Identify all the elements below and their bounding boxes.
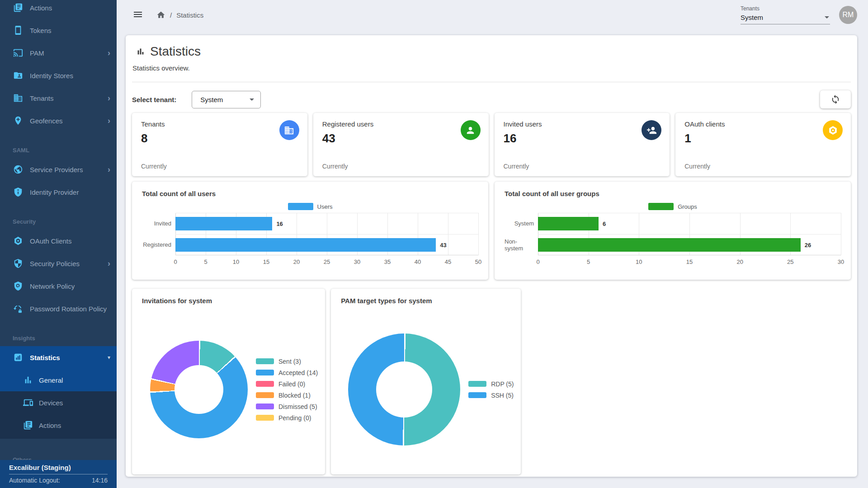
legend-swatch <box>256 381 274 387</box>
sidebar-item-label: General <box>39 376 110 384</box>
tenant-select[interactable]: System <box>192 91 261 108</box>
tenants-icon <box>13 93 24 103</box>
chart-title: Total count of all user groups <box>505 190 841 197</box>
legend-item[interactable]: Dismissed (5) <box>256 403 318 410</box>
sidebar-item-label: Tokens <box>30 27 110 34</box>
legend-swatch <box>256 392 274 398</box>
chart-total-groups: Total count of all user groups Groups Sy… <box>495 182 851 280</box>
breadcrumb-current: Statistics <box>176 11 203 19</box>
x-axis-ticks: 051015202530 <box>538 255 841 265</box>
service-providers-icon <box>13 164 24 175</box>
chart-legend: Users <box>142 203 478 210</box>
legend-item[interactable]: Failed (0) <box>256 380 318 388</box>
topbar-tenant-select[interactable]: Tenants System <box>741 5 830 24</box>
bar-row: 43 <box>175 234 478 255</box>
legend-label: RDP (5) <box>491 380 514 388</box>
stat-caption: Currently <box>322 163 348 170</box>
sidebar-item-tenants[interactable]: Tenants › <box>0 87 117 109</box>
avatar[interactable]: RM <box>839 6 857 24</box>
x-tick-label: 50 <box>475 258 481 265</box>
legend-swatch[interactable] <box>288 203 313 210</box>
app-name: Excalibur (Staging) <box>9 464 108 471</box>
sidebar-item-label: Actions <box>39 422 110 429</box>
chart-total-users: Total count of all users Users InvitedRe… <box>132 182 488 280</box>
chart-invitations: Invitations for system Sent (3)Accepted … <box>132 289 325 474</box>
x-tick-label: 40 <box>415 258 421 265</box>
legend-item[interactable]: RDP (5) <box>468 380 514 388</box>
sidebar-item-sub-actions[interactable]: Actions <box>0 414 117 436</box>
x-tick-label: 25 <box>324 258 330 265</box>
gridline <box>478 213 479 255</box>
sidebar-item-password-rotation-policy[interactable]: Password Rotation Policy <box>0 297 117 320</box>
stat-card-oauth-clients: OAuth clients 1 Currently <box>675 113 851 176</box>
legend-item[interactable]: Accepted (14) <box>256 369 318 376</box>
section-header-security: Security <box>0 217 117 226</box>
chart-title: Invitations for system <box>142 297 318 305</box>
select-tenant-label: Select tenant: <box>132 96 176 103</box>
network-policy-icon <box>13 281 24 291</box>
legend-swatch <box>468 381 486 387</box>
tenant-select-value: System <box>741 14 763 21</box>
sidebar-item-tokens[interactable]: Tokens <box>0 19 117 42</box>
footer-divider <box>9 474 108 474</box>
devices-icon <box>23 397 33 408</box>
sidebar-item-label: Statistics <box>30 354 108 361</box>
stat-caption: Currently <box>141 163 167 170</box>
x-tick-label: 15 <box>686 258 693 265</box>
bar[interactable] <box>538 217 599 230</box>
legend-swatch[interactable] <box>648 203 674 210</box>
home-icon[interactable] <box>156 10 165 19</box>
x-tick-label: 10 <box>636 258 642 265</box>
sidebar-item-pam[interactable]: PAM › <box>0 42 117 64</box>
bar-value-label: 16 <box>276 221 283 227</box>
sidebar-item-oauth-clients[interactable]: OAuth Clients <box>0 230 117 252</box>
bar[interactable] <box>175 217 272 230</box>
bar-row: 6 <box>538 213 841 234</box>
identity-provider-icon <box>13 187 24 197</box>
legend-item[interactable]: Pending (0) <box>256 414 318 422</box>
statistics-submenu: General Devices Actions <box>0 369 117 439</box>
statistics-icon <box>13 352 24 363</box>
dropdown-arrow-icon <box>250 99 254 101</box>
sidebar-footer: Excalibur (Staging) Automatic Logout: 14… <box>0 460 117 488</box>
sidebar-nav: Actions Tokens PAM › Identity Stores Ten… <box>0 0 117 464</box>
y-axis-labels: InvitedRegistered <box>142 213 175 255</box>
sidebar-item-label: Network Policy <box>30 282 110 290</box>
chart-legend: RDP (5)SSH (5) <box>468 380 514 399</box>
tenant-select-label: Tenants <box>741 5 830 12</box>
sidebar-item-label: Tenants <box>30 94 108 102</box>
sidebar-item-identity-provider[interactable]: Identity Provider <box>0 181 117 203</box>
actions-icon <box>13 2 24 13</box>
chart-pam-target-types: PAM target types for system RDP (5)SSH (… <box>331 289 521 474</box>
bar[interactable] <box>538 238 801 252</box>
sidebar-item-network-policy[interactable]: Network Policy <box>0 275 117 297</box>
oauth-icon <box>823 120 843 140</box>
sidebar-item-identity-stores[interactable]: Identity Stores <box>0 64 117 87</box>
refresh-icon <box>830 94 840 104</box>
legend-label: SSH (5) <box>491 392 514 399</box>
sidebar-item-label: Password Rotation Policy <box>30 305 110 313</box>
sub-actions-icon <box>23 420 33 431</box>
legend-item[interactable]: Blocked (1) <box>256 392 318 399</box>
legend-swatch <box>468 392 486 398</box>
sidebar-item-service-providers[interactable]: Service Providers › <box>0 158 117 181</box>
sidebar-item-general[interactable]: General <box>0 369 117 391</box>
legend-label: Failed (0) <box>278 380 305 388</box>
legend-swatch <box>256 404 274 409</box>
x-tick-label: 0 <box>174 258 177 265</box>
legend-item[interactable]: SSH (5) <box>468 392 514 399</box>
sidebar-item-security-policies[interactable]: Security Policies › <box>0 252 117 275</box>
legend-item[interactable]: Sent (3) <box>256 358 318 365</box>
sidebar-item-actions[interactable]: Actions <box>0 0 117 19</box>
refresh-button[interactable] <box>820 90 851 108</box>
sidebar-item-devices[interactable]: Devices <box>0 391 117 414</box>
sidebar-item-label: Actions <box>30 4 110 12</box>
bar[interactable] <box>175 238 436 252</box>
legend-label: Blocked (1) <box>278 392 311 399</box>
sidebar-item-geofences[interactable]: Geofences › <box>0 109 117 132</box>
hamburger-menu-button[interactable] <box>132 9 144 21</box>
sidebar-item-statistics[interactable]: Statistics ▾ <box>0 346 117 369</box>
bar-value-label: 26 <box>805 241 811 248</box>
x-tick-label: 5 <box>204 258 207 265</box>
bar-row: 16 <box>175 213 478 234</box>
